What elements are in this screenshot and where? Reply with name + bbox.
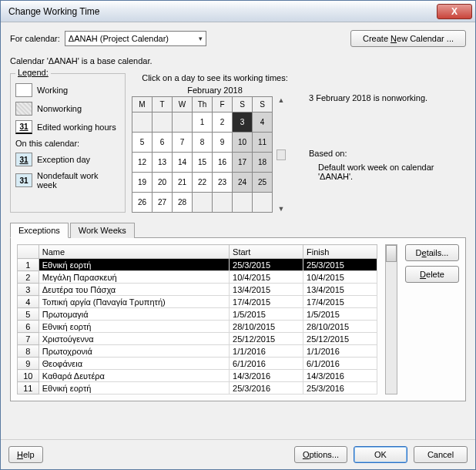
cell-start[interactable]: 25/12/2015 [230,333,303,345]
calendar-day[interactable]: 6 [153,133,173,153]
help-button[interactable]: Help [8,446,43,463]
cell-finish[interactable]: 6/1/2016 [303,358,377,370]
cell-start[interactable]: 25/3/2015 [230,259,303,271]
table-row[interactable]: 11Εθνική εορτή25/3/201625/3/2016 [18,382,377,394]
cell-start[interactable]: 14/3/2016 [230,370,303,382]
tab-exceptions[interactable]: Exceptions [10,223,69,238]
cell-start[interactable]: 25/3/2016 [230,382,303,394]
scroll-thumb[interactable] [386,245,397,262]
calendar-day[interactable]: 17 [233,153,253,173]
close-button[interactable]: X [437,4,472,19]
cell-finish[interactable]: 14/3/2016 [303,370,377,382]
calendar-day[interactable]: 13 [153,153,173,173]
cell-start[interactable]: 1/1/2016 [230,345,303,358]
cell-finish[interactable]: 25/3/2015 [303,259,377,271]
calendar-day[interactable]: 19 [132,173,153,193]
calendar-day[interactable]: 22 [193,173,213,193]
cell-start[interactable]: 1/5/2015 [230,308,303,321]
cell-finish[interactable]: 10/4/2015 [303,271,377,284]
calendar-day[interactable]: 3 [233,112,253,133]
calendar-day[interactable]: 15 [193,153,213,173]
table-row[interactable]: 5Πρωτομαγιά1/5/20151/5/2015 [18,308,377,321]
cell-finish[interactable]: 28/10/2015 [303,321,377,333]
col-name[interactable]: Name [39,245,229,259]
cell-finish[interactable]: 1/5/2015 [303,308,377,321]
cell-name[interactable]: Εθνική εορτή [39,259,229,271]
col-finish[interactable]: Finish [303,245,377,259]
cell-name[interactable]: Καθαρά Δευτέρα [39,370,229,382]
calendar-day[interactable]: 28 [173,193,193,213]
table-row[interactable]: 10Καθαρά Δευτέρα14/3/201614/3/2016 [18,370,377,382]
cell-name[interactable]: Πρωτομαγιά [39,308,229,321]
tab-work-weeks[interactable]: Work Weeks [70,223,135,238]
table-row[interactable]: 4Τοπική αργία (Παναγία Τρυπητή)17/4/2015… [18,296,377,308]
cell-finish[interactable]: 25/12/2015 [303,333,377,345]
calendar-day[interactable]: 18 [253,153,273,173]
cell-start[interactable]: 10/4/2015 [230,271,303,284]
table-row[interactable]: 1Εθνική εορτή25/3/201525/3/2015 [18,259,377,271]
table-row[interactable]: 2Μεγάλη Παρασκευή10/4/201510/4/2015 [18,271,377,284]
cell-start[interactable]: 28/10/2015 [230,321,303,333]
table-row[interactable]: 6Εθνική εορτή28/10/201528/10/2015 [18,321,377,333]
calendar-day[interactable]: 27 [153,193,173,213]
calendar-day[interactable] [193,193,213,213]
calendar-day[interactable]: 26 [132,193,153,213]
calendar-day[interactable]: 8 [193,133,213,153]
cell-name[interactable]: Τοπική αργία (Παναγία Τρυπητή) [39,296,229,308]
calendar-day[interactable]: 24 [233,173,253,193]
calendar-day[interactable] [233,193,253,213]
calendar-day[interactable]: 5 [132,133,153,153]
calendar-day[interactable]: 10 [233,133,253,153]
calendar-day[interactable]: 20 [153,173,173,193]
col-start[interactable]: Start [230,245,303,259]
delete-button[interactable]: Delete [405,266,459,283]
calendar-day[interactable] [213,193,233,213]
table-row[interactable]: 8Πρωτοχρονιά1/1/20161/1/2016 [18,345,377,358]
calendar-day[interactable]: 2 [213,112,233,133]
table-row[interactable]: 3Δευτέρα του Πάσχα13/4/201513/4/2015 [18,284,377,296]
exceptions-grid[interactable]: NameStartFinish1Εθνική εορτή25/3/201525/… [17,244,377,394]
calendar-grid[interactable]: MTWThFSS12345678910111213141516171819202… [132,96,273,213]
calendar-day[interactable]: 16 [213,153,233,173]
cell-name[interactable]: Δευτέρα του Πάσχα [39,284,229,296]
cell-start[interactable]: 13/4/2015 [230,284,303,296]
calendar-day[interactable]: 1 [193,112,213,133]
cell-finish[interactable]: 25/3/2016 [303,382,377,394]
calendar-day[interactable] [173,112,193,133]
calendar-day[interactable] [132,112,153,133]
cell-name[interactable]: Πρωτοχρονιά [39,345,229,358]
cell-name[interactable]: Μεγάλη Παρασκευή [39,271,229,284]
cell-name[interactable]: Εθνική εορτή [39,321,229,333]
cell-start[interactable]: 6/1/2016 [230,358,303,370]
table-row[interactable]: 9Θεοφάνεια6/1/20166/1/2016 [18,358,377,370]
cell-start[interactable]: 17/4/2015 [230,296,303,308]
calendar-day[interactable]: 12 [132,153,153,173]
calendar-day[interactable]: 23 [213,173,233,193]
cell-name[interactable]: Χριστούγεννα [39,333,229,345]
cell-name[interactable]: Θεοφάνεια [39,358,229,370]
ok-button[interactable]: OK [354,446,407,463]
calendar-day[interactable] [253,193,273,213]
calendar-combo[interactable]: ΔΑNAH (Project Calendar) ▾ [65,31,207,46]
cell-name[interactable]: Εθνική εορτή [39,382,229,394]
options-button[interactable]: Options... [294,446,347,463]
calendar-day[interactable]: 14 [173,153,193,173]
calendar-day[interactable]: 25 [253,173,273,193]
calendar-day[interactable]: 9 [213,133,233,153]
details-button[interactable]: Details... [405,244,459,261]
calendar-day[interactable]: 11 [253,133,273,153]
calendar-next[interactable]: ▼ [276,205,287,213]
grid-vscrollbar[interactable] [385,244,397,394]
calendar-day[interactable] [153,112,173,133]
cell-finish[interactable]: 13/4/2015 [303,284,377,296]
calendar-prev[interactable]: ▲ [276,96,287,104]
calendar-day[interactable]: 7 [173,133,193,153]
calendar-day[interactable]: 4 [253,112,273,133]
calendar-scroll-thumb[interactable] [277,149,286,160]
cancel-button[interactable]: Cancel [414,446,468,463]
cell-finish[interactable]: 17/4/2015 [303,296,377,308]
create-new-calendar-button[interactable]: Create New Calendar ... [350,30,466,47]
calendar-day[interactable]: 21 [173,173,193,193]
cell-finish[interactable]: 1/1/2016 [303,345,377,358]
table-row[interactable]: 7Χριστούγεννα25/12/201525/12/2015 [18,333,377,345]
